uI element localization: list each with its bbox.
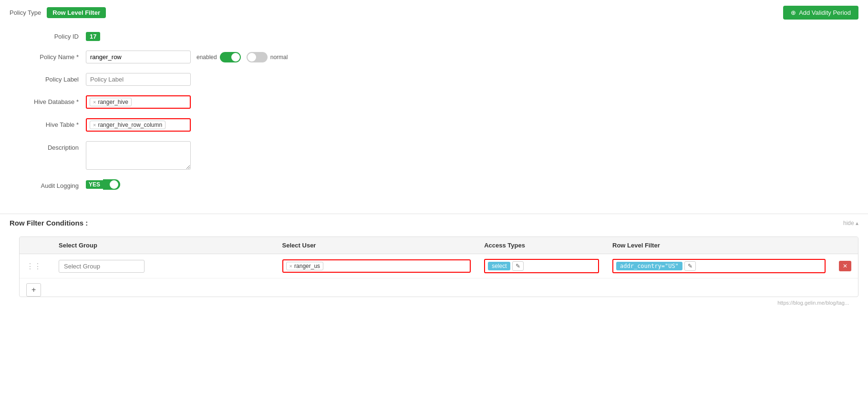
audit-logging-label: Audit Logging — [10, 179, 86, 189]
normal-toggle-slider — [247, 52, 268, 62]
select-group-cell — [52, 254, 276, 278]
hive-table-remove[interactable]: × — [93, 122, 96, 128]
policy-id-row: Policy ID 17 — [10, 30, 858, 41]
row-filter-edit-button[interactable]: ✎ — [684, 261, 696, 271]
user-tag-value: ranger_us — [294, 263, 320, 269]
actions-cell: ✕ — [832, 254, 858, 278]
add-validity-icon: ⊕ — [791, 9, 796, 16]
footer-link: https://blog.gelin.me/blog/tag... — [10, 297, 858, 308]
select-group-input[interactable] — [59, 260, 145, 273]
policy-name-label: Policy Name * — [10, 51, 86, 61]
policy-type-badge: Row Level Filter — [47, 7, 106, 18]
audit-toggle-knob — [110, 180, 118, 189]
top-bar: Policy Type Row Level Filter ⊕ Add Valid… — [0, 0, 868, 25]
description-row: Description — [10, 141, 858, 170]
table-header-row: Select Group Select User Access Types Ro… — [20, 237, 858, 254]
policy-name-row: Policy Name * enabled normal — [10, 51, 858, 63]
conditions-area: Select Group Select User Access Types Ro… — [0, 232, 868, 318]
hive-db-label: Hive Database * — [10, 95, 86, 105]
access-types-input[interactable]: select ✎ — [484, 259, 599, 273]
section-header: Row Filter Conditions : hide ▴ — [0, 214, 868, 232]
access-types-edit-button[interactable]: ✎ — [512, 261, 524, 271]
normal-toggle-wrapper: normal — [247, 52, 288, 62]
conditions-table: Select Group Select User Access Types Ro… — [20, 237, 858, 278]
description-label: Description — [10, 141, 86, 151]
th-actions — [832, 237, 858, 254]
footer-link-text: https://blog.gelin.me/blog/tag... — [777, 300, 849, 306]
normal-label: normal — [270, 54, 288, 61]
th-select-group: Select Group — [52, 237, 276, 254]
hive-table-input[interactable]: × ranger_hive_row_column — [86, 118, 191, 132]
th-row-level-filter: Row Level Filter — [606, 237, 832, 254]
audit-toggle-slider — [103, 179, 120, 190]
delete-row-button[interactable]: ✕ — [839, 261, 851, 271]
drag-handle-icon: ⋮⋮ — [26, 262, 45, 270]
enabled-label: enabled — [196, 54, 217, 61]
policy-label-input[interactable] — [86, 73, 191, 86]
policy-id-value: 17 — [86, 32, 100, 41]
hive-table-tag: × ranger_hive_row_column — [90, 121, 165, 129]
conditions-table-wrap: Select Group Select User Access Types Ro… — [19, 236, 858, 297]
form-area: Policy ID 17 Policy Name * enabled norma… — [0, 25, 868, 209]
hive-db-tag-value: ranger_hive — [98, 99, 128, 105]
user-tag: × ranger_us — [286, 262, 323, 270]
policy-type-label: Policy Type — [10, 9, 41, 16]
hide-link[interactable]: hide ▴ — [843, 220, 858, 226]
policy-label-row: Policy Label — [10, 73, 858, 86]
policy-name-input[interactable] — [86, 51, 191, 63]
access-types-cell: select ✎ — [477, 254, 606, 278]
hive-db-input[interactable]: × ranger_hive — [86, 95, 191, 109]
select-user-cell: × ranger_us — [276, 254, 478, 278]
hive-db-remove[interactable]: × — [93, 99, 96, 105]
section-title: Row Filter Conditions : — [10, 219, 88, 227]
th-drag — [20, 237, 52, 254]
hive-db-row: Hive Database * × ranger_hive — [10, 95, 858, 109]
enabled-toggle-slider — [220, 52, 241, 62]
hive-table-tag-value: ranger_hive_row_column — [98, 122, 162, 128]
audit-logging-toggle[interactable]: YES — [86, 179, 120, 190]
enabled-toggle[interactable] — [220, 52, 241, 62]
add-validity-label: Add Validity Period — [799, 9, 851, 16]
policy-label-label: Policy Label — [10, 73, 86, 83]
user-tag-remove[interactable]: × — [289, 263, 292, 269]
normal-toggle[interactable] — [247, 52, 268, 62]
hive-db-tag: × ranger_hive — [90, 98, 132, 106]
drag-handle-cell: ⋮⋮ — [20, 254, 52, 278]
row-filter-value: addr_country="US" — [616, 262, 682, 270]
th-access-types: Access Types — [477, 237, 606, 254]
row-filter-cell: addr_country="US" ✎ — [606, 254, 832, 278]
select-user-input[interactable]: × ranger_us — [282, 259, 471, 273]
policy-id-label: Policy ID — [10, 30, 86, 40]
audit-logging-row: Audit Logging YES — [10, 179, 858, 190]
description-input[interactable] — [86, 141, 191, 170]
row-filter-input[interactable]: addr_country="US" ✎ — [612, 259, 826, 273]
add-row-button[interactable]: + — [26, 283, 41, 297]
add-validity-button[interactable]: ⊕ Add Validity Period — [783, 6, 858, 20]
table-row: ⋮⋮ × ranger_us — [20, 254, 858, 278]
hive-table-label: Hive Table * — [10, 118, 86, 128]
yes-label: YES — [86, 180, 103, 189]
hive-table-row: Hive Table * × ranger_hive_row_column — [10, 118, 858, 132]
th-select-user: Select User — [276, 237, 478, 254]
access-type-tag: select — [488, 262, 510, 270]
enabled-toggle-wrapper: enabled — [196, 52, 241, 62]
